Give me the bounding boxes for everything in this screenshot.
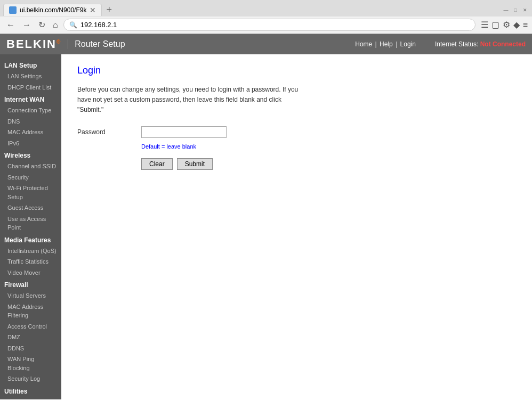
- sidebar-item-connection-type[interactable]: Connection Type: [0, 105, 61, 116]
- sidebar-section-header-media-features: Media Features: [0, 233, 61, 246]
- sidebar-item-virtual-servers[interactable]: Virtual Servers: [0, 290, 61, 301]
- reading-list-icon[interactable]: ▢: [491, 20, 499, 30]
- tab-close-button[interactable]: ✕: [90, 6, 96, 14]
- sidebar-item-dmz[interactable]: DMZ: [0, 332, 61, 343]
- sidebar-section-header-utilities: Utilities: [0, 385, 61, 397]
- svg-rect-0: [10, 7, 15, 13]
- home-link[interactable]: Home: [355, 40, 372, 48]
- password-row: Password: [77, 126, 516, 138]
- reload-button[interactable]: ↻: [36, 19, 47, 31]
- default-hint[interactable]: Default = leave blank: [141, 143, 516, 150]
- button-row: Clear Submit: [141, 158, 516, 170]
- top-links: Home | Help | Login: [355, 40, 416, 48]
- profile-icon[interactable]: ◆: [513, 20, 520, 30]
- sidebar-item-mac-address[interactable]: MAC Address: [0, 127, 61, 138]
- sidebar-item-ddns[interactable]: DDNS: [0, 343, 61, 354]
- internet-status-label: Internet Status:: [435, 40, 478, 48]
- menu-icon[interactable]: ≡: [523, 20, 528, 30]
- extensions-icon[interactable]: ⚙: [503, 20, 510, 30]
- sidebar-item-dhcp-client-list[interactable]: DHCP Client List: [0, 82, 61, 93]
- minimize-button[interactable]: —: [502, 6, 510, 14]
- login-link[interactable]: Login: [400, 40, 416, 48]
- browser-tab[interactable]: ui.belkin.com/N900/F9k ✕: [3, 4, 102, 16]
- tab-title: ui.belkin.com/N900/F9k: [20, 6, 86, 14]
- forward-button[interactable]: →: [20, 19, 33, 31]
- clear-button[interactable]: Clear: [141, 158, 173, 170]
- sidebar-section-header-internet-wan: Internet WAN: [0, 93, 61, 105]
- internet-status-value: Not Connected: [480, 40, 526, 48]
- sidebar-item-access-control[interactable]: Access Control: [0, 321, 61, 332]
- new-tab-button[interactable]: +: [102, 3, 116, 17]
- sidebar-item-security[interactable]: Security: [0, 172, 61, 183]
- sidebar-item-mac-address-filtering[interactable]: MAC Address Filtering: [0, 301, 61, 321]
- window-controls: — □ ✕: [502, 6, 529, 14]
- close-window-button[interactable]: ✕: [521, 6, 529, 14]
- browser-toolbar: ← → ↻ ⌂ 🔍 ☰ ▢ ⚙ ◆ ≡: [0, 17, 532, 34]
- logo-registered: ®: [57, 39, 61, 45]
- sidebar-section-header-lan-setup: LAN Setup: [0, 59, 61, 71]
- sidebar-item-channel-ssid[interactable]: Channel and SSID: [0, 161, 61, 172]
- content-area: Login Before you can change any settings…: [61, 54, 532, 181]
- tab-favicon: [9, 6, 17, 14]
- app-header: BELKIN® Router Setup Home | Help | Login…: [0, 34, 532, 54]
- internet-status: Internet Status: Not Connected: [435, 40, 526, 48]
- tab-bar: ui.belkin.com/N900/F9k ✕ + — □ ✕: [0, 0, 532, 17]
- url-input[interactable]: [80, 21, 470, 29]
- sidebar-item-lan-settings[interactable]: LAN Settings: [0, 71, 61, 82]
- login-description: Before you can change any settings, you …: [77, 85, 301, 116]
- sidebar-item-intellistream[interactable]: Intellistream (QoS): [0, 246, 61, 257]
- main-layout: LAN SetupLAN SettingsDHCP Client ListInt…: [0, 54, 532, 399]
- browser-chrome: ui.belkin.com/N900/F9k ✕ + — □ ✕ ← → ↻ ⌂…: [0, 0, 532, 34]
- address-bar[interactable]: 🔍: [63, 19, 475, 31]
- submit-button[interactable]: Submit: [177, 158, 213, 170]
- sidebar-item-ipv6[interactable]: IPv6: [0, 138, 61, 149]
- belkin-logo: BELKIN®: [6, 37, 61, 51]
- sidebar-item-video-mover[interactable]: Video Mover: [0, 267, 61, 279]
- password-input[interactable]: [141, 126, 227, 138]
- sidebar-item-use-as-access-point[interactable]: Use as Access Point: [0, 214, 61, 233]
- page-title: Login: [77, 65, 516, 76]
- sidebar-section-header-firewall: Firewall: [0, 278, 61, 290]
- back-button[interactable]: ←: [4, 19, 17, 31]
- search-icon: 🔍: [69, 21, 77, 29]
- restore-button[interactable]: □: [512, 6, 519, 14]
- toolbar-icons: ☰ ▢ ⚙ ◆ ≡: [481, 20, 528, 30]
- sidebar-item-dns[interactable]: DNS: [0, 116, 61, 127]
- sidebar-item-wan-ping-blocking[interactable]: WAN Ping Blocking: [0, 354, 61, 373]
- help-link[interactable]: Help: [380, 40, 393, 48]
- sidebar-item-traffic-statistics[interactable]: Traffic Statistics: [0, 256, 61, 267]
- sidebar-item-restart-router[interactable]: Restart Router: [0, 397, 61, 400]
- home-button[interactable]: ⌂: [51, 19, 60, 31]
- sidebar: LAN SetupLAN SettingsDHCP Client ListInt…: [0, 54, 61, 399]
- sidebar-section-header-wireless: Wireless: [0, 149, 61, 161]
- router-setup-title: Router Setup: [68, 39, 125, 49]
- main-content: Login Before you can change any settings…: [61, 54, 532, 399]
- bookmarks-icon[interactable]: ☰: [481, 20, 488, 30]
- sidebar-item-wifi-protected-setup[interactable]: Wi-Fi Protected Setup: [0, 183, 61, 202]
- password-label: Password: [77, 128, 141, 136]
- sidebar-item-guest-access[interactable]: Guest Access: [0, 202, 61, 214]
- sidebar-item-security-log[interactable]: Security Log: [0, 373, 61, 385]
